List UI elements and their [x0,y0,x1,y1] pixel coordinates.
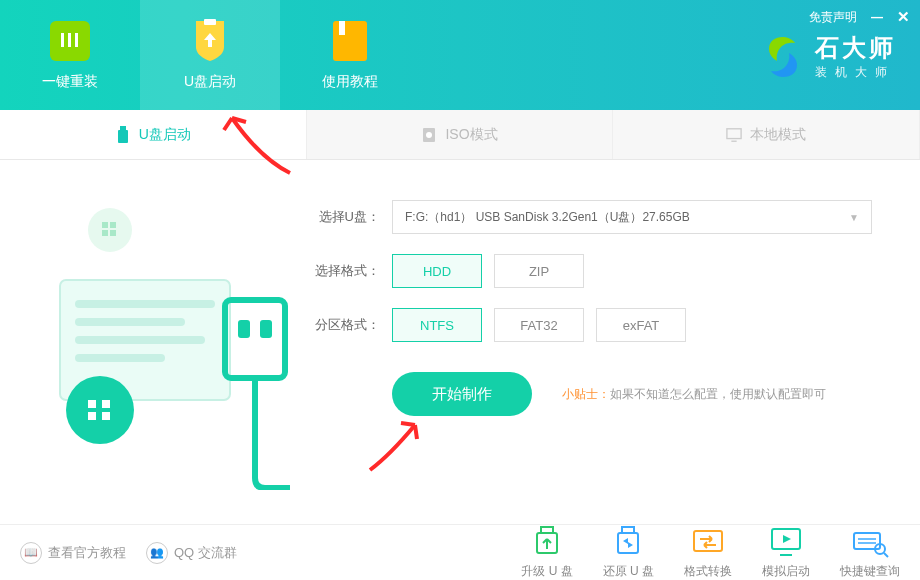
disclaimer-link[interactable]: 免责声明 [809,9,857,26]
usb-upgrade-icon [527,525,567,559]
bottom-bar: 📖 查看官方教程 👥 QQ 交流群 升级 U 盘 还原 U 盘 格式转换 [0,524,920,580]
partition-label: 分区格式： [310,316,380,334]
select-usb-label: 选择U盘： [310,208,380,226]
book-open-icon: 📖 [20,542,42,564]
usb-restore-icon [608,525,648,559]
svg-point-13 [66,376,134,444]
tool-label: 模拟启动 [762,563,810,580]
tool-simulate[interactable]: 模拟启动 [762,525,810,580]
nav-tutorial[interactable]: 使用教程 [280,0,420,110]
nav-label: U盘启动 [184,73,236,91]
nav-reinstall[interactable]: 一键重装 [0,0,140,110]
group-icon: 👥 [146,542,168,564]
svg-rect-21 [694,531,722,551]
tool-label: 快捷键查询 [840,563,900,580]
link-label: QQ 交流群 [174,544,237,562]
close-button[interactable]: ✕ [897,8,910,26]
minimize-button[interactable]: — [871,10,883,24]
brand-title: 石大师 [815,32,896,64]
svg-rect-1 [120,126,126,130]
tool-hotkey[interactable]: 快捷键查询 [840,525,900,580]
book-icon [333,21,367,61]
keyboard-search-icon [850,525,890,559]
start-button[interactable]: 开始制作 [392,372,532,416]
simulate-icon [766,525,806,559]
svg-rect-10 [75,318,185,326]
chevron-down-icon: ▼ [849,212,859,223]
nav-usb-boot[interactable]: U盘启动 [140,0,280,110]
tip-text: 小贴士：如果不知道怎么配置，使用默认配置即可 [562,386,826,403]
format-option-hdd[interactable]: HDD [392,254,482,288]
official-tutorial-link[interactable]: 📖 查看官方教程 [20,542,126,564]
qq-group-link[interactable]: 👥 QQ 交流群 [146,542,237,564]
format-option-zip[interactable]: ZIP [494,254,584,288]
app-header: 免责声明 — ✕ 一键重装 U盘启动 使用教程 石大师 装机大师 [0,0,920,110]
partition-option-exfat[interactable]: exFAT [596,308,686,342]
usb-shield-icon [192,19,228,63]
usb-icon [115,126,131,144]
usb-illustration [30,190,290,490]
svg-rect-15 [238,320,250,338]
mode-tab-label: U盘启动 [139,126,191,144]
brand-area: 石大师 装机大师 [761,32,896,81]
format-label: 选择格式： [310,262,380,280]
brand-subtitle: 装机大师 [815,64,896,81]
mode-tab-label: 本地模式 [750,126,806,144]
partition-option-ntfs[interactable]: NTFS [392,308,482,342]
convert-icon [688,525,728,559]
svg-rect-11 [75,336,205,344]
mode-tab-iso[interactable]: ISO模式 [307,110,614,159]
monitor-icon [726,126,742,144]
nav-label: 一键重装 [42,73,98,91]
tool-convert[interactable]: 格式转换 [684,525,732,580]
svg-rect-12 [75,354,165,362]
mode-tab-usb[interactable]: U盘启动 [0,110,307,159]
bar-chart-icon [50,21,90,61]
svg-rect-14 [225,300,285,378]
svg-rect-9 [75,300,215,308]
iso-icon [421,126,437,144]
form-area: 选择U盘： F:G:（hd1） USB SanDisk 3.2Gen1（U盘）2… [310,200,890,416]
tool-label: 还原 U 盘 [603,563,654,580]
svg-rect-5 [727,128,741,138]
partition-option-fat32[interactable]: FAT32 [494,308,584,342]
link-label: 查看官方教程 [48,544,126,562]
usb-select[interactable]: F:G:（hd1） USB SanDisk 3.2Gen1（U盘）27.65GB… [392,200,872,234]
usb-select-value: F:G:（hd1） USB SanDisk 3.2Gen1（U盘）27.65GB [405,209,690,226]
svg-line-28 [884,553,888,557]
svg-rect-2 [118,130,128,143]
tool-restore[interactable]: 还原 U 盘 [603,525,654,580]
svg-point-4 [426,132,432,138]
brand-logo-icon [761,35,805,79]
mode-tab-label: ISO模式 [445,126,497,144]
svg-rect-16 [260,320,272,338]
main-content: 选择U盘： F:G:（hd1） USB SanDisk 3.2Gen1（U盘）2… [0,160,920,530]
tool-label: 升级 U 盘 [521,563,572,580]
tip-label: 小贴士： [562,387,610,401]
svg-rect-0 [204,19,216,25]
tool-upgrade[interactable]: 升级 U 盘 [521,525,572,580]
mode-tabs: U盘启动 ISO模式 本地模式 [0,110,920,160]
nav-label: 使用教程 [322,73,378,91]
tool-label: 格式转换 [684,563,732,580]
mode-tab-local[interactable]: 本地模式 [613,110,920,159]
